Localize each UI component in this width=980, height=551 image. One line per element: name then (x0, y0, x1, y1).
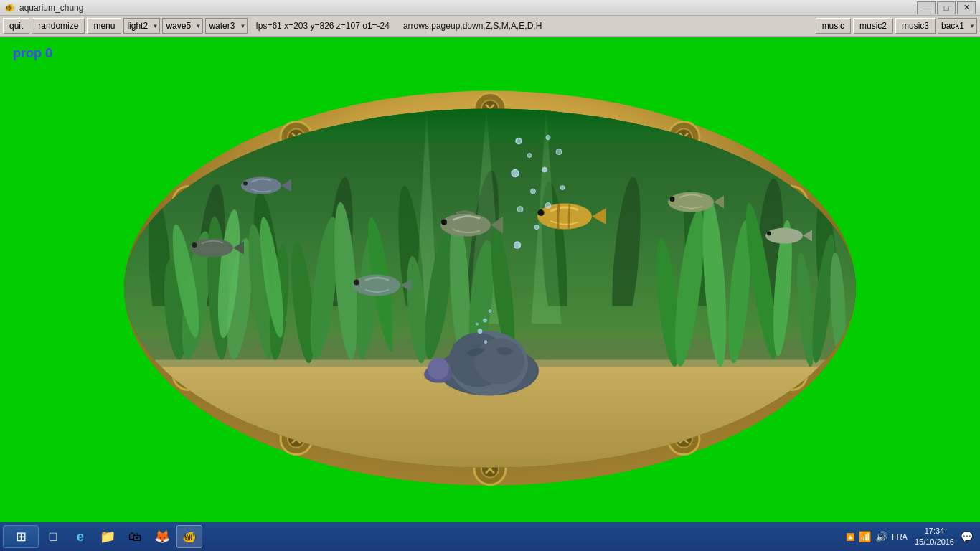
svg-point-105 (474, 339, 524, 385)
date-display: 15/10/2016 (915, 537, 954, 547)
svg-marker-91 (233, 242, 244, 255)
titlebar-controls: — □ ✕ (917, 1, 976, 14)
svg-point-92 (192, 242, 197, 248)
firefox-button[interactable]: 🦊 (149, 525, 175, 548)
svg-point-113 (516, 138, 522, 144)
svg-point-99 (765, 228, 803, 244)
app-title: aquarium_chung (19, 3, 83, 13)
prop-label: prop 0 (13, 46, 52, 61)
svg-point-112 (428, 358, 449, 380)
svg-point-108 (489, 310, 491, 313)
svg-point-89 (441, 220, 447, 225)
notification-icon: 💬 (961, 531, 973, 542)
svg-marker-85 (281, 179, 291, 192)
app-icon: 🐠 (4, 3, 15, 13)
explorer-icon: 📁 (100, 529, 116, 545)
svg-marker-97 (400, 279, 412, 292)
edge-icon: e (77, 529, 84, 545)
aquarium-scene (124, 109, 856, 468)
water-select[interactable]: water1 water2 water3 water4 (205, 18, 248, 34)
light-select[interactable]: light1 light2 light3 (123, 18, 160, 34)
minimize-button[interactable]: — (917, 1, 936, 14)
water-select-wrap[interactable]: water1 water2 water3 water4 (205, 18, 248, 34)
music2-button[interactable]: music2 (853, 18, 893, 34)
back-select[interactable]: back1 back2 back3 (938, 18, 977, 34)
explorer-button[interactable]: 📁 (95, 525, 121, 548)
svg-point-115 (512, 170, 519, 177)
fps-status: fps=61 x=203 y=826 z=107 o1=-24 (250, 21, 395, 31)
main-viewport: prop 0 (0, 37, 980, 522)
svg-point-119 (514, 242, 521, 248)
music3-button[interactable]: music3 (895, 18, 936, 34)
svg-point-72 (828, 252, 848, 360)
svg-point-121 (556, 149, 562, 155)
menu-button[interactable]: menu (87, 18, 121, 34)
notification-button[interactable]: 💬 (956, 525, 977, 548)
svg-marker-94 (714, 196, 724, 209)
maximize-button[interactable]: □ (937, 1, 956, 14)
porthole-container (95, 80, 885, 496)
wave-select-wrap[interactable]: wave1 wave2 wave3 wave4 wave5 (162, 18, 203, 34)
svg-point-110 (476, 323, 479, 325)
tray-language[interactable]: FRA (892, 532, 908, 541)
back-select-wrap[interactable]: back1 back2 back3 (938, 18, 977, 34)
svg-point-124 (545, 203, 551, 209)
aquarium-taskbar-icon: 🐠 (182, 530, 197, 544)
edge-button[interactable]: e (67, 525, 93, 548)
titlebar: 🐠 aquarium_chung — □ ✕ (0, 0, 980, 16)
clock[interactable]: 17:34 15/10/2016 (915, 526, 954, 548)
svg-point-106 (478, 329, 482, 334)
tray-chevron[interactable]: 🔼 (846, 533, 854, 541)
wave-select[interactable]: wave1 wave2 wave3 wave4 wave5 (162, 18, 203, 34)
svg-point-95 (670, 197, 675, 202)
svg-point-98 (354, 280, 359, 286)
svg-point-109 (484, 341, 487, 344)
svg-point-107 (484, 319, 487, 322)
time-display: 17:34 (915, 526, 954, 537)
svg-marker-100 (803, 230, 812, 242)
close-button[interactable]: ✕ (957, 1, 976, 14)
svg-marker-126 (592, 209, 606, 225)
task-view-button[interactable]: ❑ (40, 525, 66, 548)
svg-point-117 (517, 207, 523, 212)
task-view-icon: ❑ (49, 531, 58, 542)
windows-icon: ⊞ (16, 529, 27, 545)
store-icon: 🛍 (128, 529, 141, 545)
system-tray: 🔼 📶 🔊 FRA (840, 531, 913, 542)
store-button[interactable]: 🛍 (122, 525, 148, 548)
svg-point-86 (243, 182, 248, 186)
keys-hint: arrows,pageup,down,Z,S,M,A,E,D,H (397, 21, 547, 31)
tray-volume[interactable]: 🔊 (875, 531, 887, 542)
firefox-icon: 🦊 (154, 529, 170, 545)
tray-network[interactable]: 📶 (859, 531, 871, 542)
quit-button[interactable]: quit (3, 18, 29, 34)
light-select-wrap[interactable]: light1 light2 light3 (123, 18, 160, 34)
aquarium-viewport (124, 109, 856, 468)
svg-point-66 (699, 194, 731, 367)
aquarium-taskbar-button[interactable]: 🐠 (176, 525, 202, 548)
taskbar: ⊞ ❑ e 📁 🛍 🦊 🐠 🔼 📶 🔊 FRA 17:34 15/10/2016… (0, 522, 980, 551)
svg-point-122 (542, 167, 547, 172)
toolbar: quit randomize menu light1 light2 light3… (0, 16, 980, 37)
svg-point-123 (560, 186, 565, 190)
titlebar-left: 🐠 aquarium_chung (4, 3, 83, 13)
randomize-button[interactable]: randomize (32, 18, 85, 34)
svg-point-101 (767, 232, 771, 236)
svg-point-120 (546, 136, 550, 140)
music-button[interactable]: music (816, 18, 851, 34)
start-button[interactable]: ⊞ (3, 525, 39, 548)
